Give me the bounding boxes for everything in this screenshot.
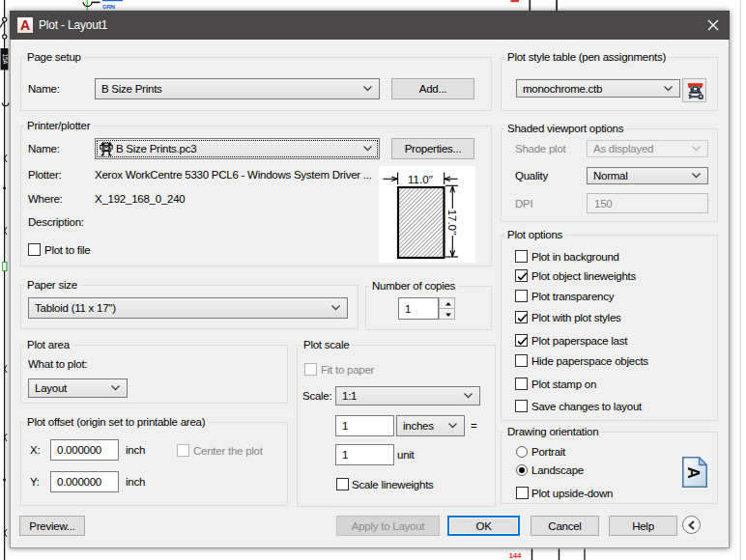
svg-text:17.0′′: 17.0′′	[446, 210, 458, 236]
svg-text:A: A	[684, 466, 703, 478]
svg-text:11.0′′: 11.0′′	[408, 174, 433, 185]
